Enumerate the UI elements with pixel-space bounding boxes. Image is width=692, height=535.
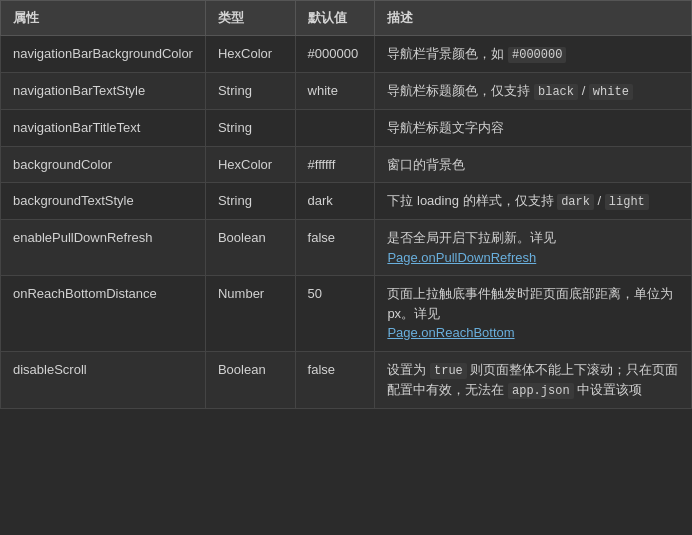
cell-desc: 导航栏标题文字内容: [375, 110, 692, 147]
properties-table: 属性 类型 默认值 描述 navigationBarBackgroundColo…: [0, 0, 692, 409]
cell-type: Number: [205, 276, 295, 352]
header-type: 类型: [205, 1, 295, 36]
header-property: 属性: [1, 1, 206, 36]
header-desc: 描述: [375, 1, 692, 36]
cell-desc: 是否全局开启下拉刷新。详见Page.onPullDownRefresh: [375, 220, 692, 276]
cell-property: disableScroll: [1, 351, 206, 408]
cell-default: false: [295, 351, 375, 408]
table-row: disableScrollBooleanfalse设置为 true 则页面整体不…: [1, 351, 692, 408]
cell-type: HexColor: [205, 36, 295, 73]
cell-property: onReachBottomDistance: [1, 276, 206, 352]
table-container: 属性 类型 默认值 描述 navigationBarBackgroundColo…: [0, 0, 692, 409]
table-row: onReachBottomDistanceNumber50页面上拉触底事件触发时…: [1, 276, 692, 352]
cell-desc: 页面上拉触底事件触发时距页面底部距离，单位为px。详见Page.onReachB…: [375, 276, 692, 352]
link-reachbottom[interactable]: Page.onReachBottom: [387, 325, 514, 340]
cell-property: navigationBarBackgroundColor: [1, 36, 206, 73]
cell-type: String: [205, 73, 295, 110]
cell-default: white: [295, 73, 375, 110]
table-row: backgroundColorHexColor#ffffff窗口的背景色: [1, 146, 692, 183]
table-row: navigationBarBackgroundColorHexColor#000…: [1, 36, 692, 73]
cell-type: String: [205, 110, 295, 147]
cell-desc: 导航栏背景颜色，如 #000000: [375, 36, 692, 73]
cell-default: #ffffff: [295, 146, 375, 183]
table-header-row: 属性 类型 默认值 描述: [1, 1, 692, 36]
cell-default: [295, 110, 375, 147]
cell-type: Boolean: [205, 351, 295, 408]
cell-desc: 下拉 loading 的样式，仅支持 dark / light: [375, 183, 692, 220]
cell-type: Boolean: [205, 220, 295, 276]
table-row: navigationBarTitleTextString导航栏标题文字内容: [1, 110, 692, 147]
cell-property: enablePullDownRefresh: [1, 220, 206, 276]
table-row: backgroundTextStyleStringdark下拉 loading …: [1, 183, 692, 220]
cell-desc: 导航栏标题颜色，仅支持 black / white: [375, 73, 692, 110]
cell-default: #000000: [295, 36, 375, 73]
cell-desc: 设置为 true 则页面整体不能上下滚动；只在页面配置中有效，无法在 app.j…: [375, 351, 692, 408]
cell-type: String: [205, 183, 295, 220]
cell-property: backgroundColor: [1, 146, 206, 183]
link-pulldownrefresh[interactable]: Page.onPullDownRefresh: [387, 250, 536, 265]
header-default: 默认值: [295, 1, 375, 36]
table-row: enablePullDownRefreshBooleanfalse是否全局开启下…: [1, 220, 692, 276]
cell-default: dark: [295, 183, 375, 220]
cell-property: navigationBarTextStyle: [1, 73, 206, 110]
table-row: navigationBarTextStyleStringwhite导航栏标题颜色…: [1, 73, 692, 110]
cell-property: navigationBarTitleText: [1, 110, 206, 147]
cell-type: HexColor: [205, 146, 295, 183]
cell-desc: 窗口的背景色: [375, 146, 692, 183]
cell-default: 50: [295, 276, 375, 352]
cell-default: false: [295, 220, 375, 276]
cell-property: backgroundTextStyle: [1, 183, 206, 220]
